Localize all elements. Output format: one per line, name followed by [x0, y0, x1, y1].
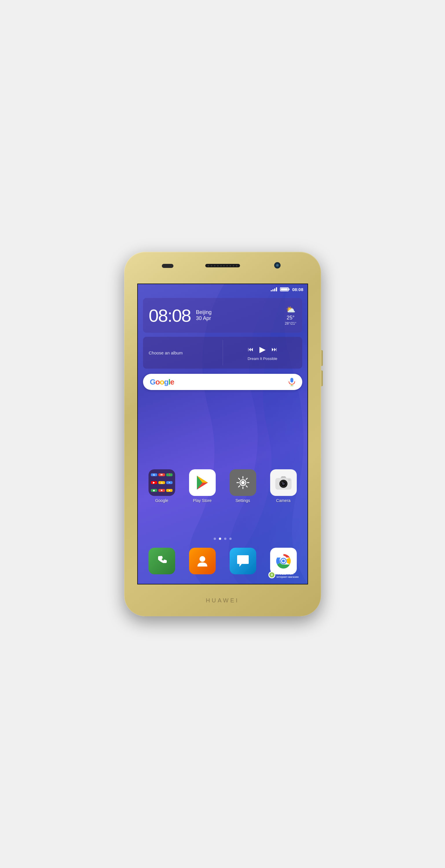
prev-button[interactable]: ⏮ [248, 346, 254, 353]
svg-text:R: R [271, 574, 273, 577]
svg-point-24 [200, 556, 205, 562]
page-indicators [138, 537, 307, 540]
weather-range: 28°/21° [285, 321, 296, 326]
phone-screen: 08:08 08:08 Beijing 30 Apr ⛅ 25° 28°/21°… [137, 283, 308, 585]
dock-contacts-item[interactable] [183, 548, 221, 574]
clock-city: Beijing [196, 309, 212, 315]
music-widget[interactable]: Choose an album ⏮ ▶ ⏭ Dream It Possible [143, 337, 302, 369]
apps-grid: G ✉ 📍 ▶ △ + ◆ ★ ● Google [143, 469, 302, 503]
mic-icon[interactable] [287, 377, 296, 386]
google-folder-icon: G ✉ 📍 ▶ △ + ◆ ★ ● [149, 469, 175, 496]
svg-point-28 [282, 560, 285, 562]
front-camera [274, 262, 280, 269]
music-controls: ⏮ ▶ ⏭ [248, 345, 277, 354]
folder-mini-drive: △ [158, 481, 165, 484]
bottom-bezel: HUAWEI [124, 585, 321, 616]
earpiece [205, 264, 240, 267]
brand-name: HUAWEI [206, 597, 239, 604]
battery-icon [280, 287, 289, 291]
rozetka-watermark: R ROZETKA інтернет-магазин [268, 571, 298, 579]
google-folder-item[interactable]: G ✉ 📍 ▶ △ + ◆ ★ ● Google [143, 469, 181, 503]
folder-mini-6: ● [166, 489, 173, 492]
svg-point-22 [282, 482, 283, 483]
dock-phone-item[interactable] [143, 548, 181, 574]
svg-line-12 [238, 478, 240, 480]
folder-mini-g: G [151, 473, 157, 476]
svg-line-13 [246, 486, 247, 487]
dock-messages-item[interactable] [224, 548, 262, 574]
camera-icon [270, 469, 297, 496]
settings-icon [230, 469, 256, 496]
svg-point-16 [241, 481, 245, 484]
music-left: Choose an album [143, 346, 222, 360]
svg-rect-0 [290, 378, 293, 382]
volume-up-button[interactable] [321, 350, 323, 366]
folder-mini-gmail: ✉ [158, 473, 165, 476]
weather-icon: ⛅ [286, 305, 295, 314]
page-dot-4[interactable] [229, 537, 232, 540]
settings-label: Settings [235, 498, 250, 503]
folder-mini-maps: 📍 [166, 473, 173, 476]
play-store-label: Play Store [193, 498, 212, 503]
music-right: ⏮ ▶ ⏭ Dream It Possible [222, 340, 302, 365]
svg-line-14 [246, 478, 247, 480]
play-button[interactable]: ▶ [259, 345, 266, 354]
page-dot-3[interactable] [224, 537, 227, 540]
music-title: Dream It Possible [247, 356, 277, 361]
status-icons: 08:08 [271, 287, 303, 292]
clock-info: Beijing 30 Apr [196, 309, 212, 321]
rozetka-text: ROZETKA [276, 571, 298, 576]
volume-down-button[interactable] [321, 370, 323, 386]
weather-temp: 25° [287, 315, 294, 321]
status-bar: 08:08 [138, 284, 307, 294]
folder-mini-5: ★ [158, 489, 165, 492]
google-folder-label: Google [155, 498, 168, 503]
proximity-sensor [162, 264, 173, 268]
phone-device: 08:08 08:08 Beijing 30 Apr ⛅ 25° 28°/21°… [124, 252, 321, 616]
status-time: 08:08 [292, 287, 303, 292]
folder-mini-4: ◆ [151, 489, 157, 492]
dock-contacts-icon [189, 548, 216, 574]
dock-messages-icon [230, 548, 256, 574]
play-store-item[interactable]: Play Store [183, 469, 221, 503]
dock-chrome-icon [270, 548, 297, 574]
play-store-icon [189, 469, 216, 496]
music-choose-label: Choose an album [149, 350, 217, 355]
svg-line-15 [238, 486, 240, 487]
page-dot-1[interactable] [214, 537, 216, 540]
top-bezel [124, 252, 321, 283]
google-search-bar[interactable]: Google [143, 374, 302, 390]
page-dot-2[interactable] [219, 537, 221, 540]
google-logo: Google [150, 378, 174, 386]
settings-item[interactable]: Settings [224, 469, 262, 503]
clock-widget[interactable]: 08:08 Beijing 30 Apr ⛅ 25° 28°/21° [143, 298, 302, 333]
camera-label: Camera [276, 498, 291, 503]
rozetka-logo: R [268, 571, 275, 578]
svg-rect-23 [288, 479, 290, 481]
signal-strength [271, 287, 277, 291]
folder-mini-yt: ▶ [151, 481, 157, 484]
rozetka-subtext: інтернет-магазин [276, 576, 298, 579]
dock-chrome-item[interactable] [265, 548, 302, 574]
clock-date: 30 Apr [196, 315, 212, 321]
folder-mini-3: + [166, 481, 173, 484]
clock-time: 08:08 [149, 305, 191, 326]
dock-phone-icon [149, 548, 175, 574]
next-button[interactable]: ⏭ [272, 346, 277, 353]
camera-item[interactable]: Camera [265, 469, 302, 503]
